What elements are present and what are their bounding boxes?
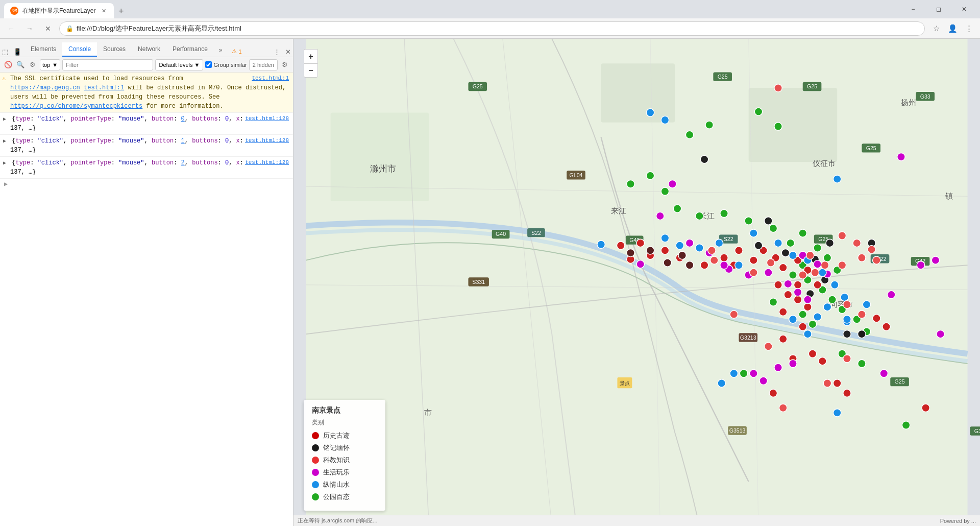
console-filter-input[interactable] — [62, 59, 153, 70]
ssl-link-2[interactable]: test.html:1 — [84, 84, 124, 91]
star-icon[interactable]: ☆ — [929, 21, 943, 36]
expand-arrow-2[interactable]: ▶ — [3, 137, 6, 145]
svg-point-163 — [676, 242, 683, 249]
legend-dot-5 — [312, 481, 319, 488]
close-button[interactable]: ✕ — [952, 0, 976, 18]
window-controls: − ◻ ✕ — [901, 0, 976, 18]
svg-point-191 — [767, 259, 774, 267]
svg-point-123 — [922, 404, 929, 412]
svg-point-159 — [636, 260, 644, 268]
svg-point-153 — [937, 330, 944, 338]
reload-button[interactable]: ✕ — [41, 21, 55, 36]
expand-arrow-3[interactable]: ▶ — [3, 159, 6, 167]
forward-button[interactable]: → — [22, 21, 37, 36]
svg-point-157 — [750, 370, 757, 377]
ssl-link-1[interactable]: https://map.geog.cn — [10, 84, 80, 91]
tab-elements[interactable]: Elements — [24, 42, 62, 57]
svg-text:S331: S331 — [472, 279, 485, 285]
default-levels-dropdown[interactable]: Default levels ▼ — [155, 59, 203, 70]
legend-dot-1 — [312, 432, 319, 439]
legend-label-6: 公园百态 — [323, 492, 350, 501]
minimize-button[interactable]: − — [901, 0, 925, 18]
clear-console-button[interactable]: 🚫 — [3, 60, 13, 70]
devtools-device-mode[interactable]: 📱 — [12, 46, 22, 57]
svg-point-126 — [754, 242, 762, 249]
svg-point-119 — [883, 323, 890, 330]
log3-source-link[interactable]: test.html:128 — [245, 158, 289, 167]
svg-point-68 — [769, 224, 777, 232]
svg-point-106 — [814, 281, 821, 289]
tab-sources[interactable]: Sources — [97, 42, 132, 57]
svg-text:G25: G25 — [895, 379, 905, 385]
svg-point-189 — [710, 256, 718, 264]
hidden-count-badge[interactable]: 2 hidden — [249, 59, 278, 70]
settings-button[interactable]: ⚙ — [28, 60, 38, 70]
svg-point-195 — [799, 271, 806, 279]
filter-toggle-button[interactable]: 🔍 — [15, 60, 26, 70]
svg-point-181 — [863, 301, 870, 308]
address-bar: ← → ✕ 🔒 file:///D:/blog/选中FeatureLayer元素… — [0, 18, 980, 39]
legend-label-2: 铭记缅怀 — [323, 443, 350, 452]
svg-point-107 — [794, 296, 801, 303]
log2-source-link[interactable]: test.html:128 — [245, 136, 289, 145]
legend-title: 南京景点 — [312, 406, 377, 415]
warning-source-link[interactable]: test.html:1 — [252, 74, 289, 83]
log1-source-link[interactable]: test.html:128 — [245, 114, 289, 123]
svg-point-179 — [833, 409, 841, 417]
maximize-button[interactable]: ◻ — [927, 0, 950, 18]
menu-icon[interactable]: ⋮ — [962, 21, 976, 36]
svg-text:G35: G35 — [974, 428, 980, 434]
svg-point-57 — [685, 131, 693, 138]
tab-network[interactable]: Network — [132, 42, 166, 57]
zoom-in-button[interactable]: + — [304, 49, 318, 63]
account-icon[interactable]: 👤 — [945, 21, 960, 36]
svg-text:仪征市: 仪征市 — [813, 159, 836, 168]
svg-point-59 — [754, 108, 762, 115]
console-log-1: test.html:128 ▶ {type: "click", pointerT… — [0, 113, 293, 135]
devtools-warning-count[interactable]: ⚠ 1 — [228, 46, 246, 57]
dropdown-arrow: ▼ — [52, 62, 58, 68]
group-similar-checkbox[interactable] — [205, 61, 212, 68]
svg-point-166 — [735, 261, 743, 269]
back-button[interactable]: ← — [4, 21, 18, 36]
active-tab[interactable]: 🗺 在地图中显示FeatureLayer ✕ — [4, 3, 114, 18]
svg-point-88 — [902, 421, 910, 429]
map-zoom-controls: + − — [304, 49, 318, 78]
console-settings-icon[interactable]: ⚙ — [280, 60, 290, 70]
legend-label-3: 科教知识 — [323, 456, 350, 465]
svg-point-190 — [750, 269, 757, 276]
svg-point-105 — [774, 281, 782, 289]
tab-performance[interactable]: Performance — [166, 42, 214, 57]
group-similar-label[interactable]: Group similar — [205, 61, 247, 68]
svg-point-196 — [838, 261, 846, 269]
console-input[interactable] — [10, 181, 289, 188]
expand-arrow-1[interactable]: ▶ — [3, 115, 6, 123]
svg-point-115 — [833, 379, 841, 387]
svg-point-174 — [823, 303, 831, 310]
tab-console[interactable]: Console — [62, 42, 97, 57]
svg-text:S22: S22 — [724, 236, 733, 242]
devtools-action-buttons: ⋮ ✕ — [272, 46, 293, 57]
svg-point-96 — [735, 247, 743, 254]
svg-text:来江: 来江 — [611, 206, 626, 215]
svg-point-90 — [636, 239, 644, 247]
svg-point-133 — [858, 330, 866, 338]
devtools-more-tabs[interactable]: » — [214, 43, 228, 57]
svg-point-141 — [765, 269, 772, 276]
devtools-close-icon[interactable]: ✕ — [283, 46, 293, 57]
url-bar[interactable]: 🔒 file:///D:/blog/选中FeatureLayer元素并高亮显示/… — [59, 21, 925, 36]
context-selector[interactable]: top ▼ — [40, 59, 60, 70]
svg-point-149 — [887, 291, 895, 298]
svg-text:S22: S22 — [531, 230, 541, 236]
devtools-select-mode[interactable]: ⬚ — [0, 46, 10, 57]
svg-point-81 — [799, 310, 806, 318]
zoom-out-button[interactable]: − — [304, 63, 318, 78]
tab-close-button[interactable]: ✕ — [100, 7, 108, 15]
url-text: file:///D:/blog/选中FeatureLayer元素并高亮显示/te… — [77, 24, 241, 33]
map-area[interactable]: 滁州市 来江 长江 仪征市 扬州 镇 句容市 市 G25 G25 — [293, 39, 980, 526]
new-tab-button[interactable]: + — [114, 4, 128, 18]
svg-text:景点: 景点 — [620, 380, 630, 386]
ssl-link-3[interactable]: https://g.co/chrome/symantecpkicerts — [10, 103, 142, 110]
devtools-settings-icon[interactable]: ⋮ — [272, 46, 282, 57]
powered-by-text: Powered by ... — [940, 518, 976, 524]
